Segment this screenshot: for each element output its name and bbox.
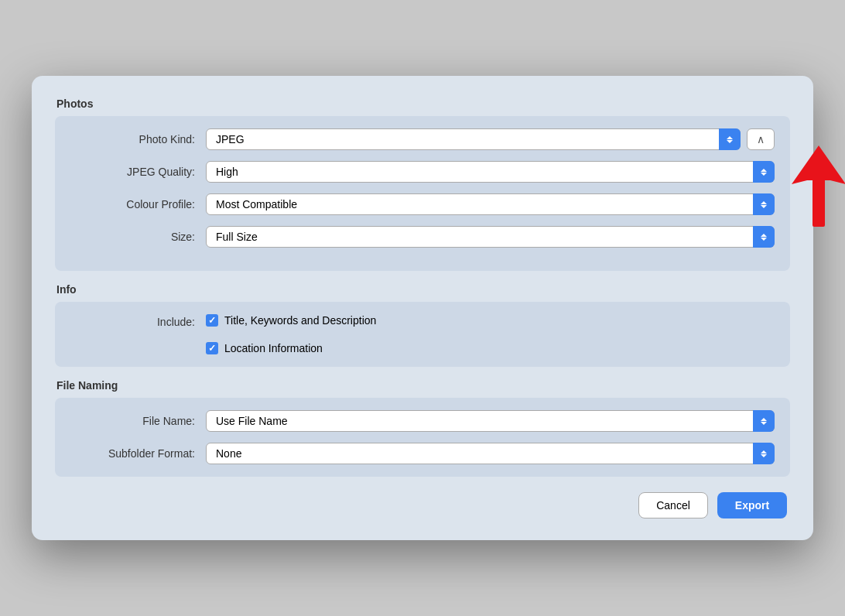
chevron-up-icon: ∧ — [757, 133, 765, 145]
jpeg-quality-stepper[interactable] — [753, 161, 775, 183]
colour-profile-label: Colour Profile: — [70, 198, 206, 210]
stepper-down-icon — [727, 140, 733, 143]
checkmark-icon: ✓ — [208, 344, 216, 353]
stepper-up-icon — [761, 234, 767, 237]
jpeg-quality-select-wrapper: Low Medium High Maximum — [206, 161, 775, 183]
file-name-row: File Name: Use File Name Sequential Date… — [70, 410, 775, 432]
size-row: Size: Full Size Large Medium Small Fit w… — [70, 226, 775, 248]
file-naming-section-label: File Naming — [56, 379, 790, 392]
location-info-checkbox[interactable]: ✓ — [206, 342, 218, 354]
size-label: Size: — [70, 231, 206, 243]
photo-kind-select[interactable]: JPEG PNG TIFF Original — [206, 128, 741, 150]
svg-marker-1 — [792, 145, 845, 184]
stepper-up-icon — [761, 201, 767, 204]
jpeg-quality-label: JPEG Quality: — [70, 166, 206, 178]
size-select[interactable]: Full Size Large Medium Small Fit within … — [206, 226, 775, 248]
photo-kind-stepper[interactable] — [719, 128, 741, 150]
red-arrow-icon — [792, 145, 845, 231]
stepper-up-icon — [727, 136, 733, 139]
cancel-button[interactable]: Cancel — [638, 492, 708, 518]
subfolder-format-label: Subfolder Format: — [70, 447, 206, 460]
stepper-up-icon — [761, 418, 767, 421]
file-name-label: File Name: — [70, 415, 206, 427]
export-dialog: Photos Photo Kind: JPEG PNG TIFF Origina… — [32, 76, 813, 540]
stepper-down-icon — [761, 422, 767, 425]
export-button[interactable]: Export — [717, 492, 787, 518]
dialog-buttons: Cancel Export — [55, 492, 790, 518]
checkmark-icon: ✓ — [208, 316, 216, 325]
file-name-stepper[interactable] — [753, 410, 775, 432]
stepper-up-icon — [761, 450, 767, 453]
file-name-select-wrapper: Use File Name Sequential Date/Time — [206, 410, 775, 432]
title-keywords-row: ✓ Title, Keywords and Description — [206, 314, 376, 327]
colour-profile-select-wrapper: Most Compatible sRGB AdobeRGB Display P3 — [206, 193, 775, 215]
photo-kind-label: Photo Kind: — [70, 133, 206, 145]
file-name-select[interactable]: Use File Name Sequential Date/Time — [206, 410, 775, 432]
subfolder-format-select[interactable]: None Folder Name Date/Time — [206, 443, 775, 464]
colour-profile-row: Colour Profile: Most Compatible sRGB Ado… — [70, 193, 775, 215]
colour-profile-stepper[interactable] — [753, 193, 775, 215]
include-row: Include: ✓ Title, Keywords and Descripti… — [70, 314, 775, 354]
stepper-down-icon — [761, 205, 767, 208]
checkboxes-area: ✓ Title, Keywords and Description ✓ Loca… — [206, 314, 376, 354]
title-keywords-label: Title, Keywords and Description — [224, 314, 376, 327]
photos-section-label: Photos — [56, 98, 790, 110]
include-label: Include: — [70, 314, 206, 328]
size-select-wrapper: Full Size Large Medium Small Fit within … — [206, 226, 775, 248]
subfolder-format-select-wrapper: None Folder Name Date/Time — [206, 443, 775, 464]
photo-kind-row: Photo Kind: JPEG PNG TIFF Original ∧ — [70, 128, 775, 150]
colour-profile-select[interactable]: Most Compatible sRGB AdobeRGB Display P3 — [206, 193, 775, 215]
size-stepper[interactable] — [753, 226, 775, 248]
file-naming-section-box: File Name: Use File Name Sequential Date… — [55, 398, 790, 477]
subfolder-format-row: Subfolder Format: None Folder Name Date/… — [70, 443, 775, 464]
title-keywords-checkbox[interactable]: ✓ — [206, 314, 218, 327]
stepper-down-icon — [761, 454, 767, 457]
location-info-label: Location Information — [224, 342, 323, 354]
jpeg-quality-row: JPEG Quality: Low Medium High Maximum — [70, 161, 775, 183]
info-section-label: Info — [56, 283, 790, 296]
svg-rect-0 — [812, 176, 825, 227]
info-section-box: Include: ✓ Title, Keywords and Descripti… — [55, 302, 790, 367]
photos-section-box: Photo Kind: JPEG PNG TIFF Original ∧ JPE… — [55, 116, 790, 271]
stepper-down-icon — [761, 238, 767, 241]
location-info-row: ✓ Location Information — [206, 342, 376, 354]
stepper-up-icon — [761, 169, 767, 172]
photo-kind-select-wrapper: JPEG PNG TIFF Original — [206, 128, 741, 150]
collapse-photos-button[interactable]: ∧ — [747, 128, 775, 150]
subfolder-format-stepper[interactable] — [753, 443, 775, 464]
red-arrow-annotation — [792, 145, 845, 234]
stepper-down-icon — [761, 173, 767, 176]
jpeg-quality-select[interactable]: Low Medium High Maximum — [206, 161, 775, 183]
